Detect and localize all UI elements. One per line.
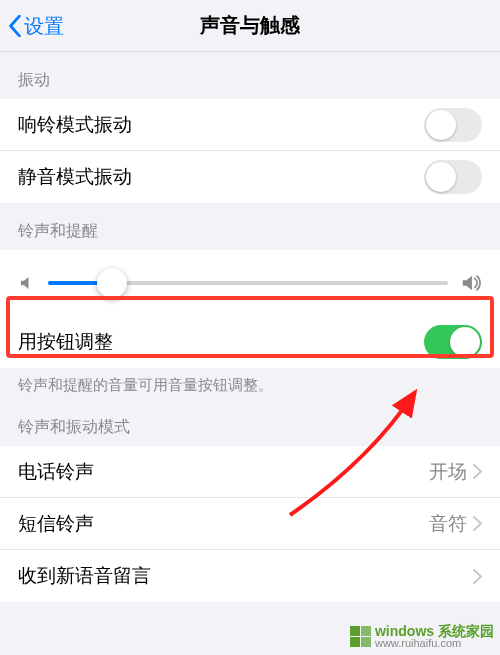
- voicemail-label: 收到新语音留言: [18, 563, 151, 589]
- chevron-right-icon: [473, 464, 482, 479]
- section-header-ringer: 铃声和提醒: [0, 203, 500, 250]
- ring-vibrate-switch[interactable]: [424, 108, 482, 142]
- button-adjust-footer: 铃声和提醒的音量可用音量按钮调整。: [0, 368, 500, 399]
- row-button-adjust[interactable]: 用按钮调整: [0, 316, 500, 368]
- group-ringer: 用按钮调整: [0, 250, 500, 368]
- ringtone-value: 开场: [429, 459, 467, 485]
- text-tone-value: 音符: [429, 511, 467, 537]
- group-pattern: 电话铃声 开场 短信铃声 音符 收到新语音留言: [0, 446, 500, 602]
- chevron-left-icon: [8, 15, 22, 37]
- chevron-right-icon: [473, 516, 482, 531]
- chevron-right-icon: [473, 569, 482, 584]
- silent-vibrate-label: 静音模式振动: [18, 164, 132, 190]
- speaker-low-icon: [18, 274, 36, 292]
- section-header-vibration: 振动: [0, 52, 500, 99]
- group-vibration: 响铃模式振动 静音模式振动: [0, 99, 500, 203]
- back-label: 设置: [24, 13, 64, 40]
- volume-slider-row[interactable]: [0, 250, 500, 316]
- button-adjust-switch[interactable]: [424, 325, 482, 359]
- nav-header: 设置 声音与触感: [0, 0, 500, 52]
- silent-vibrate-switch[interactable]: [424, 160, 482, 194]
- page-title: 声音与触感: [200, 12, 300, 39]
- row-ring-vibrate[interactable]: 响铃模式振动: [0, 99, 500, 151]
- volume-slider[interactable]: [48, 281, 448, 285]
- ring-vibrate-label: 响铃模式振动: [18, 112, 132, 138]
- ringtone-label: 电话铃声: [18, 459, 94, 485]
- back-button[interactable]: 设置: [8, 0, 64, 52]
- row-ringtone[interactable]: 电话铃声 开场: [0, 446, 500, 498]
- windows-logo-icon: [350, 626, 371, 647]
- row-text-tone[interactable]: 短信铃声 音符: [0, 498, 500, 550]
- watermark: windows 系统家园 www.ruihaifu.com: [350, 624, 494, 649]
- button-adjust-label: 用按钮调整: [18, 329, 113, 355]
- watermark-site: www.ruihaifu.com: [375, 638, 494, 649]
- section-header-pattern: 铃声和振动模式: [0, 399, 500, 446]
- row-voicemail[interactable]: 收到新语音留言: [0, 550, 500, 602]
- text-tone-label: 短信铃声: [18, 511, 94, 537]
- speaker-high-icon: [460, 272, 482, 294]
- row-silent-vibrate[interactable]: 静音模式振动: [0, 151, 500, 203]
